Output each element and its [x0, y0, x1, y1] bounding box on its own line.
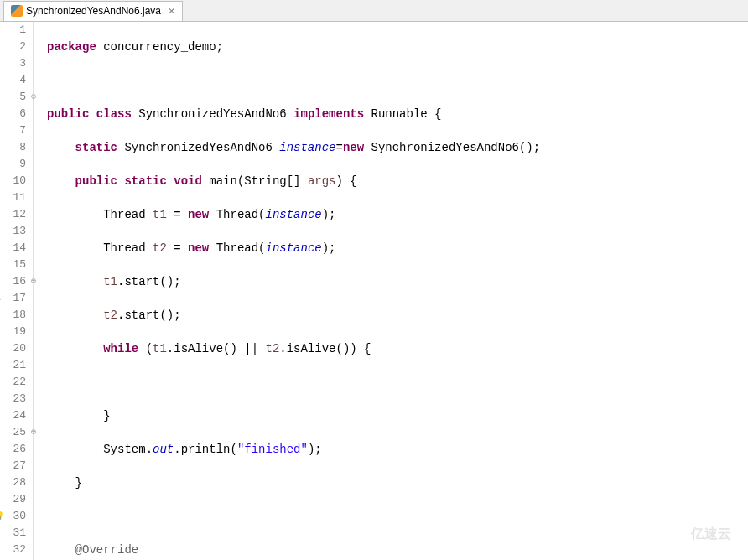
line-number: 4 — [0, 72, 26, 89]
line-number: 16 — [0, 273, 26, 290]
line-number: 17 — [0, 290, 26, 307]
line-number: 26 — [0, 441, 26, 458]
line-number: 12 — [0, 206, 26, 223]
line-number: 1 — [0, 22, 26, 39]
line-number: 27 — [0, 458, 26, 474]
line-number: 22 — [0, 374, 26, 391]
file-tab[interactable]: SynchronizedYesAndNo6.java ✕ — [3, 1, 183, 21]
line-number: 19 — [0, 324, 26, 340]
line-number: 30 — [0, 508, 26, 525]
line-number: 32 — [0, 542, 26, 558]
line-number: 2 — [0, 39, 26, 55]
java-file-icon — [11, 5, 23, 17]
line-number: 13 — [0, 223, 26, 240]
tab-filename: SynchronizedYesAndNo6.java — [26, 5, 161, 17]
watermark: 亿速云 — [691, 526, 731, 543]
line-number: 7 — [0, 122, 26, 139]
line-number: 9 — [0, 156, 26, 173]
code-editor[interactable]: 1234567891011121314151617181920212223242… — [0, 22, 748, 560]
line-number: 18 — [0, 307, 26, 324]
line-number: 24 — [0, 407, 26, 424]
line-number: 14 — [0, 240, 26, 257]
line-number: 11 — [0, 189, 26, 206]
line-number: 6 — [0, 106, 26, 122]
line-number: 21 — [0, 357, 26, 374]
line-number: 5 — [0, 89, 26, 106]
line-number: 29 — [0, 491, 26, 508]
tab-bar: SynchronizedYesAndNo6.java ✕ — [0, 0, 748, 22]
code-area[interactable]: package concurrency_demo; public class S… — [34, 22, 748, 560]
close-tab-icon[interactable]: ✕ — [168, 6, 175, 17]
line-number: 3 — [0, 55, 26, 72]
line-number: 23 — [0, 391, 26, 407]
line-number: 25 — [0, 424, 26, 441]
line-number: 15 — [0, 257, 26, 273]
line-number-gutter: 1234567891011121314151617181920212223242… — [0, 22, 34, 560]
line-number: 8 — [0, 139, 26, 156]
line-number: 28 — [0, 474, 26, 491]
line-number: 31 — [0, 525, 26, 542]
line-number: 10 — [0, 173, 26, 189]
line-number: 20 — [0, 340, 26, 357]
